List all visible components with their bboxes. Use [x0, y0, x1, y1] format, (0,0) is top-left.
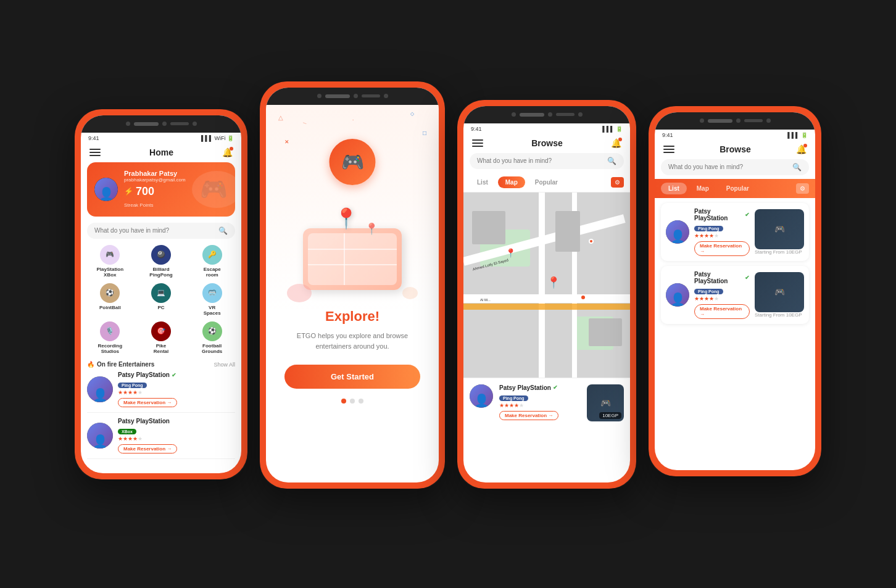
cat-icon-pike: 🎯 [151, 321, 171, 341]
map-area[interactable]: 📍 📍 Ahmed Lotfy El-Sayed Al M... [463, 193, 630, 378]
map-marker-1[interactable]: 📍 [505, 248, 516, 258]
ent-name-2: Patsy PlayStation [118, 418, 235, 424]
list-ent-info-2: Patsy PlayStation ✔ Ping Pong ★★★★★ Make… [694, 271, 750, 319]
blob-2 [402, 287, 418, 299]
cat-icon-playstation: 🎮 [100, 245, 120, 265]
illustration-area: 📍 📍 [275, 197, 430, 296]
user-avatar: 👤 [94, 178, 118, 201]
cat-icon-football: ⚽ [202, 321, 222, 341]
list-right-2: 🎮 Starting From 10EGP [755, 272, 804, 318]
tab-map-3[interactable]: Map [498, 176, 525, 188]
dot-1 [341, 399, 346, 404]
page-title-3: Browse [531, 138, 563, 148]
cat-icon-pc: 💻 [151, 283, 171, 303]
notification-bell[interactable]: 🔔 [222, 147, 233, 157]
menu-button[interactable] [89, 149, 101, 156]
ent-avatar-1: 👤 [87, 376, 113, 402]
page-title: Home [149, 147, 173, 157]
notch-bar-4 [655, 112, 815, 130]
bottom-reservation-btn[interactable]: Make Reservation → [499, 411, 558, 420]
tag-pingpong-1: Ping Pong [118, 383, 147, 388]
bottom-verified: ✔ [553, 384, 558, 391]
search-input-3[interactable] [477, 157, 604, 164]
cat-billiard[interactable]: 🎱 BilliardPingPong [138, 245, 185, 278]
scene: 9:41 ▌▌▌ WiFi 🔋 Home 🔔 👤 [50, 75, 846, 513]
list-reservation-btn-2[interactable]: Make Reservation → [694, 304, 750, 319]
cat-pike[interactable]: 🎯 PikeRental [138, 321, 185, 355]
filter-icon-4[interactable]: ⚙ [796, 183, 809, 194]
list-venue-img-1: 🎮 [755, 209, 804, 249]
tab-popular-3[interactable]: Popular [528, 176, 565, 188]
list-stars-1: ★★★★★ [694, 233, 750, 239]
reservation-btn-2[interactable]: Make Reservation → [118, 444, 177, 453]
signal: ▌▌▌ WiFi 🔋 [201, 135, 234, 141]
cat-recording[interactable]: 🎙️ RecordingStudios [87, 321, 133, 355]
cat-vr[interactable]: 🥽 VRSpaces [189, 283, 235, 317]
dot-3 [359, 399, 363, 404]
bottom-stars: ★★★★★ [499, 402, 581, 408]
cat-escape[interactable]: 🔑 Escaperoom [189, 245, 235, 278]
list-venue-img-2: 🎮 [755, 272, 804, 312]
time: 9:41 [88, 135, 99, 141]
search-input[interactable] [94, 227, 215, 234]
cat-pc[interactable]: 💻 PC [138, 283, 185, 317]
tab-popular-4[interactable]: Popular [719, 183, 757, 194]
price-badge: 10EGP [599, 412, 621, 419]
section-title: 🔥 On fire Entertainers [87, 361, 154, 368]
tab-list-4-active[interactable]: List [661, 183, 687, 194]
menu-button-4[interactable] [663, 146, 674, 153]
map-dot-2 [589, 239, 594, 244]
cat-label-pike: PikeRental [154, 343, 168, 355]
notification-dot-4 [803, 144, 807, 147]
get-started-button[interactable]: Get Started [284, 365, 420, 389]
map-marker-main-pin[interactable]: 📍 [547, 276, 560, 289]
filter-icon-3[interactable]: ⚙ [611, 177, 624, 188]
notification-bell-4[interactable]: 🔔 [796, 144, 807, 154]
cat-football[interactable]: ⚽ FootballGrounds [189, 321, 235, 355]
search-icon: 🔍 [218, 226, 228, 235]
blob-1 [287, 284, 312, 302]
menu-button-3[interactable] [472, 139, 483, 147]
notch-bar-2 [266, 88, 439, 105]
dot-2 [350, 399, 355, 404]
search-bar[interactable]: 🔍 [87, 223, 235, 239]
time-4: 9:41 [662, 132, 673, 138]
cat-pointball[interactable]: ⚽ PointBall [87, 283, 133, 317]
notification-bell-3[interactable]: 🔔 [611, 138, 621, 148]
search-input-4[interactable] [668, 164, 789, 170]
bottom-ent-avatar: 👤 [470, 384, 493, 408]
user-email: prabhakarpatsy@gmail.com [124, 177, 228, 183]
cat-playstation[interactable]: 🎮 PlayStationXBox [87, 245, 133, 278]
section-header: 🔥 On fire Entertainers Show All [81, 361, 241, 371]
tab-list-3[interactable]: List [470, 176, 496, 188]
tab-bar-4: List Map Popular ⚙ [655, 179, 815, 198]
time-3: 9:41 [471, 126, 482, 132]
list-reservation-btn-1[interactable]: Make Reservation → [694, 241, 750, 256]
camera-dot [126, 122, 130, 126]
app-header: Home 🔔 [81, 144, 241, 162]
search-icon-4: 🔍 [792, 163, 802, 172]
decorations: △ ─ ◇ □ ✕ · 🎮 [266, 105, 439, 167]
search-bar-4[interactable]: 🔍 [661, 159, 809, 175]
cat-label-football: FootballGrounds [202, 343, 222, 355]
notch-bar-3 [463, 106, 630, 123]
list-verified-1: ✔ [745, 212, 750, 218]
search-bar-3[interactable]: 🔍 [470, 153, 624, 169]
ent-img-1: 👤 [87, 376, 113, 402]
category-grid: 🎮 PlayStationXBox 🎱 BilliardPingPong 🔑 E… [87, 245, 235, 355]
bottom-ent-info: Patsy PlayStation ✔ Ping Pong ★★★★★ Make… [499, 384, 581, 420]
tab-map-4[interactable]: Map [689, 183, 716, 194]
page-title-4: Browse [720, 144, 751, 154]
app-header-3: Browse 🔔 [463, 135, 630, 153]
reservation-btn-1[interactable]: Make Reservation → [118, 398, 177, 407]
bottom-card-inner: 👤 Patsy PlayStation ✔ Ping Pong ★★★★★ Ma… [470, 384, 624, 421]
cat-icon-pointball: ⚽ [100, 283, 120, 303]
starting-price-1: Starting From 10EGP [755, 249, 802, 255]
list-ent-img-1: 👤 [666, 220, 689, 244]
user-name: Prabhakar Patsy [124, 170, 228, 177]
phone-browse-map: 9:41 ▌▌▌ 🔋 Browse 🔔 🔍 [457, 100, 636, 489]
cat-label-pc: PC [157, 305, 164, 311]
show-all-link[interactable]: Show All [214, 362, 235, 368]
main-road-3 [539, 193, 545, 378]
stars-2: ★★★★★ [118, 436, 235, 442]
